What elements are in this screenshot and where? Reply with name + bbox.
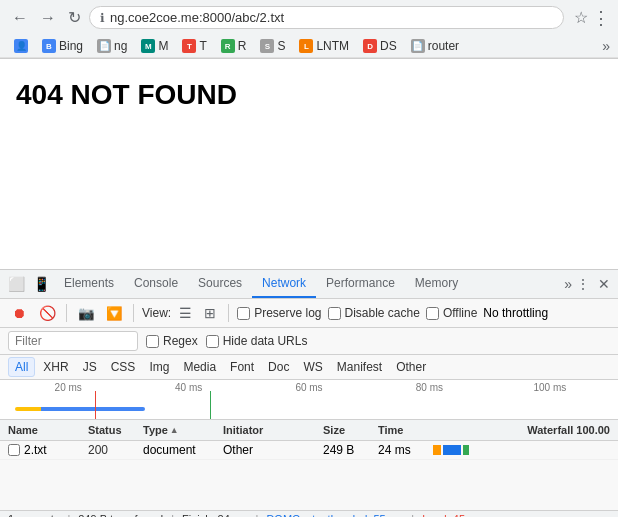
bookmark-m[interactable]: M M xyxy=(135,37,174,55)
inspect-element-button[interactable]: ⬜ xyxy=(4,274,29,294)
disable-cache-text: Disable cache xyxy=(345,306,420,320)
col-header-name: Name xyxy=(8,424,88,436)
chrome-menu-button[interactable]: ⋮ xyxy=(592,7,610,29)
tl-label-100: 100 ms xyxy=(490,382,610,393)
type-filter-media[interactable]: Media xyxy=(177,358,222,376)
bookmark-bing[interactable]: B Bing xyxy=(36,37,89,55)
type-filter-other[interactable]: Other xyxy=(390,358,432,376)
type-filter-font[interactable]: Font xyxy=(224,358,260,376)
status-sep-2: | xyxy=(171,513,174,517)
more-tabs-button[interactable]: » xyxy=(564,276,572,292)
tab-console[interactable]: Console xyxy=(124,270,188,298)
device-toolbar-button[interactable]: 📱 xyxy=(29,274,54,294)
type-filter-xhr[interactable]: XHR xyxy=(37,358,74,376)
tab-elements[interactable]: Elements xyxy=(54,270,124,298)
stop-button[interactable]: 🚫 xyxy=(36,302,58,324)
bookmark-r-label: R xyxy=(238,39,247,53)
waterfall-num: 100.00 xyxy=(576,424,610,436)
waterfall-orange-bar xyxy=(433,445,441,455)
bookmark-m-label: M xyxy=(158,39,168,53)
col-header-type: Type ▲ xyxy=(143,424,223,436)
reload-button[interactable]: ↻ xyxy=(64,6,85,29)
router-icon: 📄 xyxy=(411,39,425,53)
col-header-status: Status xyxy=(88,424,143,436)
disable-cache-checkbox[interactable] xyxy=(328,307,341,320)
preserve-log-text: Preserve log xyxy=(254,306,321,320)
waterfall-blue-bar xyxy=(443,445,461,455)
bookmark-t[interactable]: T T xyxy=(176,37,212,55)
timeline: 20 ms 40 ms 60 ms 80 ms 100 ms xyxy=(0,380,618,420)
preserve-log-label[interactable]: Preserve log xyxy=(237,306,321,320)
row-checkbox[interactable] xyxy=(8,444,20,456)
type-filter-all[interactable]: All xyxy=(8,357,35,377)
bookmark-s[interactable]: S S xyxy=(254,37,291,55)
page-title: 404 NOT FOUND xyxy=(16,79,602,111)
type-filter-ws[interactable]: WS xyxy=(297,358,328,376)
disable-cache-label[interactable]: Disable cache xyxy=(328,306,420,320)
bookmark-r[interactable]: R R xyxy=(215,37,253,55)
type-filter-manifest[interactable]: Manifest xyxy=(331,358,388,376)
bookmark-t-label: T xyxy=(199,39,206,53)
type-filter-doc[interactable]: Doc xyxy=(262,358,295,376)
status-bar: 1 requests | 249 B transferred | Finish:… xyxy=(0,510,618,517)
row-size: 249 B xyxy=(323,443,378,457)
tab-network[interactable]: Network xyxy=(252,270,316,298)
lntm-icon: L xyxy=(299,39,313,53)
bookmarks-more-button[interactable]: » xyxy=(602,38,610,54)
row-initiator: Other xyxy=(223,443,323,457)
regex-checkbox[interactable] xyxy=(146,335,159,348)
status-transferred: 249 B transferred xyxy=(78,513,163,517)
tab-memory[interactable]: Memory xyxy=(405,270,468,298)
nav-bar: ← → ↻ ℹ ng.coe2coe.me:8000/abc/2.txt ☆ ⋮ xyxy=(0,0,618,35)
address-bar[interactable]: ℹ ng.coe2coe.me:8000/abc/2.txt xyxy=(89,6,564,29)
page-content: 404 NOT FOUND xyxy=(0,59,618,269)
bookmark-profile[interactable]: 👤 xyxy=(8,37,34,55)
tl-label-80: 80 ms xyxy=(369,382,489,393)
filter-row: Regex Hide data URLs xyxy=(0,328,618,355)
bookmark-router[interactable]: 📄 router xyxy=(405,37,465,55)
devtools-panel: ⬜ 📱 Elements Console Sources Network Per… xyxy=(0,269,618,517)
type-filter-img[interactable]: Img xyxy=(143,358,175,376)
type-filter-css[interactable]: CSS xyxy=(105,358,142,376)
back-button[interactable]: ← xyxy=(8,7,32,29)
network-toolbar: ⏺ 🚫 📷 🔽 View: ☰ ⊞ Preserve log Disable c… xyxy=(0,299,618,328)
devtools-close-button[interactable]: ✕ xyxy=(594,274,614,294)
list-view-button[interactable]: ☰ xyxy=(175,303,196,323)
grid-view-button[interactable]: ⊞ xyxy=(200,303,220,323)
screenshot-button[interactable]: 📷 xyxy=(75,302,97,324)
toolbar-separator-2 xyxy=(133,304,134,322)
bookmark-router-label: router xyxy=(428,39,459,53)
forward-button[interactable]: → xyxy=(36,7,60,29)
waterfall-green-bar xyxy=(463,445,469,455)
offline-checkbox[interactable] xyxy=(426,307,439,320)
table-row[interactable]: 2.txt 200 document Other 249 B 24 ms xyxy=(0,441,618,460)
record-button[interactable]: ⏺ xyxy=(8,302,30,324)
devtools-settings-button[interactable]: ⋮ xyxy=(572,274,594,294)
tl-label-60: 60 ms xyxy=(249,382,369,393)
filter-input[interactable] xyxy=(8,331,138,351)
offline-text: Offline xyxy=(443,306,477,320)
hide-data-urls-checkbox[interactable] xyxy=(206,335,219,348)
hide-data-urls-label[interactable]: Hide data URLs xyxy=(206,334,308,348)
bookmark-lntm-label: LNTM xyxy=(316,39,349,53)
tab-performance[interactable]: Performance xyxy=(316,270,405,298)
offline-label[interactable]: Offline xyxy=(426,306,477,320)
tl-label-20: 20 ms xyxy=(8,382,128,393)
regex-label[interactable]: Regex xyxy=(146,334,198,348)
type-filter-js[interactable]: JS xyxy=(77,358,103,376)
lock-icon: ℹ xyxy=(100,11,105,25)
bookmark-ds[interactable]: D DS xyxy=(357,37,403,55)
status-sep-4: | xyxy=(411,513,414,517)
status-load: Load: 45 ms xyxy=(422,513,483,517)
hide-data-urls-text: Hide data URLs xyxy=(223,334,308,348)
bookmark-ng[interactable]: 📄 ng xyxy=(91,37,133,55)
bookmark-lntm[interactable]: L LNTM xyxy=(293,37,355,55)
row-waterfall xyxy=(433,445,610,455)
preserve-log-checkbox[interactable] xyxy=(237,307,250,320)
network-table: Name Status Type ▲ Initiator Size Time W… xyxy=(0,420,618,510)
m-icon: M xyxy=(141,39,155,53)
filter-button[interactable]: 🔽 xyxy=(103,302,125,324)
bookmark-star-button[interactable]: ☆ xyxy=(574,8,588,27)
tab-sources[interactable]: Sources xyxy=(188,270,252,298)
status-dom-content-loaded: DOMContentLoaded: 55 ms xyxy=(266,513,403,517)
